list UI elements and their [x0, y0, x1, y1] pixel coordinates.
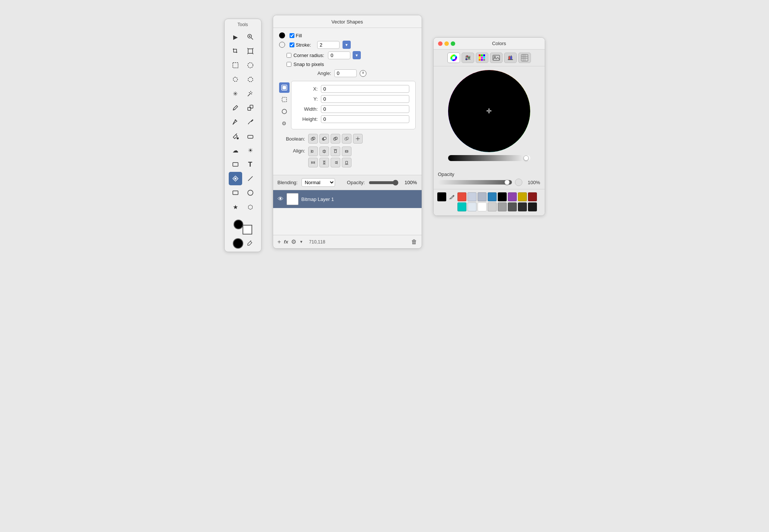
- opacity-track[interactable]: [438, 180, 512, 185]
- fill-checkbox[interactable]: [290, 33, 294, 38]
- layer-settings-btn[interactable]: ⚙: [291, 238, 296, 245]
- swatch-gold[interactable]: [518, 192, 527, 201]
- boolean-unite-btn[interactable]: [308, 134, 318, 144]
- opacity-thumb[interactable]: [504, 180, 510, 185]
- align-dist-v-btn[interactable]: [319, 158, 329, 167]
- fill-bucket-tool[interactable]: [229, 129, 242, 143]
- swatch-mid-gray[interactable]: [498, 202, 507, 211]
- maximize-btn[interactable]: [451, 41, 455, 46]
- vector-pen-tool[interactable]: [229, 172, 242, 185]
- align-top-btn[interactable]: [331, 147, 340, 156]
- text-tool[interactable]: T: [244, 158, 257, 171]
- stroke-radio-dot[interactable]: [279, 42, 285, 48]
- width-input[interactable]: [321, 105, 409, 113]
- corner-radius-input[interactable]: [328, 51, 350, 59]
- brightness-thumb[interactable]: [523, 155, 529, 161]
- boolean-subtract-btn[interactable]: [319, 134, 329, 144]
- align-center-h-btn[interactable]: [319, 147, 329, 156]
- brush-tool[interactable]: [244, 115, 257, 129]
- layer-visibility-icon[interactable]: 👁: [278, 196, 284, 202]
- angle-input[interactable]: [334, 69, 357, 77]
- stroke-label[interactable]: Stroke:: [290, 42, 311, 48]
- x-input[interactable]: [321, 85, 409, 93]
- tab-custom[interactable]: [518, 53, 531, 63]
- swatch-dark-gray[interactable]: [508, 202, 517, 211]
- sparkle-tool[interactable]: ✳: [229, 87, 242, 100]
- tab-palette[interactable]: [476, 53, 488, 63]
- rect-vector-tool[interactable]: [229, 186, 242, 199]
- clone-stamp-tool[interactable]: [244, 101, 257, 114]
- zoom-tool[interactable]: [244, 30, 257, 44]
- swatch-light-blue[interactable]: [468, 192, 476, 201]
- swatch-black[interactable]: [437, 192, 446, 201]
- blur-tool[interactable]: ☁: [229, 144, 242, 157]
- tab-crayons[interactable]: [504, 53, 517, 63]
- boolean-intersect-btn[interactable]: [331, 134, 340, 144]
- swatch-darker-gray[interactable]: [518, 202, 527, 211]
- fg-color-swatch[interactable]: [234, 220, 243, 229]
- blending-select[interactable]: Normal Multiply Screen Overlay: [301, 178, 335, 187]
- stroke-checkbox[interactable]: [290, 43, 294, 47]
- fx-btn[interactable]: fx: [284, 239, 288, 245]
- minimize-btn[interactable]: [444, 41, 449, 46]
- geo-ellipse-icon[interactable]: [279, 106, 290, 117]
- close-btn[interactable]: [438, 41, 443, 46]
- swatch-pale-blue[interactable]: [468, 202, 476, 211]
- layer-item[interactable]: 👁 Bitmap Layer 1: [273, 190, 422, 208]
- swatch-black2[interactable]: [498, 192, 507, 201]
- snap-to-pixels-checkbox[interactable]: [287, 62, 291, 67]
- dodge-tool[interactable]: ☀: [244, 144, 257, 157]
- delete-layer-btn[interactable]: 🗑: [411, 239, 417, 245]
- pencil-tool[interactable]: [229, 101, 242, 114]
- freeform-select-tool[interactable]: [244, 73, 257, 86]
- align-dist-h-btn[interactable]: [308, 158, 318, 167]
- boolean-divide-btn[interactable]: [353, 134, 363, 144]
- brightness-slider[interactable]: [448, 155, 530, 161]
- swatch-red[interactable]: [457, 192, 466, 201]
- magic-wand-tool[interactable]: [244, 87, 257, 100]
- rect-shape-tool[interactable]: [229, 158, 242, 171]
- geo-rect-icon[interactable]: [279, 94, 290, 105]
- stroke-width-input[interactable]: [317, 41, 340, 49]
- pen-tool[interactable]: [229, 115, 242, 129]
- swatch-teal[interactable]: [457, 202, 466, 211]
- settings-dropdown-icon[interactable]: ▼: [299, 240, 303, 244]
- ellipse-select-tool[interactable]: [244, 59, 257, 72]
- swatch-white[interactable]: [478, 202, 487, 211]
- swatch-near-black[interactable]: [528, 202, 537, 211]
- lasso-tool[interactable]: [229, 73, 242, 86]
- swatch-purple[interactable]: [508, 192, 517, 201]
- fill-label[interactable]: Fill: [290, 33, 302, 38]
- align-right-btn[interactable]: [331, 158, 340, 167]
- polygon-tool[interactable]: ⬡: [244, 200, 257, 214]
- rect-select-tool[interactable]: [229, 59, 242, 72]
- y-input[interactable]: [321, 95, 409, 103]
- align-left-btn[interactable]: [308, 147, 318, 156]
- eraser-tool[interactable]: [244, 129, 257, 143]
- tab-color-wheel[interactable]: [447, 53, 460, 63]
- angle-dial[interactable]: [360, 70, 366, 77]
- add-layer-btn[interactable]: +: [278, 239, 281, 245]
- ellipse-vector-tool[interactable]: [244, 186, 257, 199]
- select-tool[interactable]: ▶: [229, 30, 242, 44]
- tab-image[interactable]: [490, 53, 503, 63]
- bg-color-swatch[interactable]: [243, 225, 252, 234]
- align-middle-btn[interactable]: [342, 147, 351, 156]
- fill-radio-dot[interactable]: [279, 32, 285, 38]
- crop-tool[interactable]: [229, 44, 242, 58]
- align-bottom-btn[interactable]: [342, 158, 351, 167]
- geo-settings-icon[interactable]: ⚙: [279, 118, 290, 129]
- corner-radius-dropdown-btn[interactable]: ▼: [353, 51, 361, 59]
- swatch-blue-gray[interactable]: [478, 192, 487, 201]
- boolean-exclude-btn[interactable]: [342, 134, 351, 144]
- stroke-dropdown-btn[interactable]: ▼: [343, 41, 351, 49]
- height-input[interactable]: [321, 115, 409, 123]
- swatch-dark-red[interactable]: [528, 192, 537, 201]
- eyedropper-btn[interactable]: [447, 192, 456, 201]
- corner-radius-checkbox[interactable]: [287, 53, 291, 58]
- geo-select-icon[interactable]: [279, 82, 290, 93]
- swatch-light-gray[interactable]: [488, 202, 497, 211]
- color-wheel[interactable]: ✛: [448, 70, 530, 152]
- line-tool[interactable]: [244, 172, 257, 185]
- opacity-slider[interactable]: [369, 180, 398, 186]
